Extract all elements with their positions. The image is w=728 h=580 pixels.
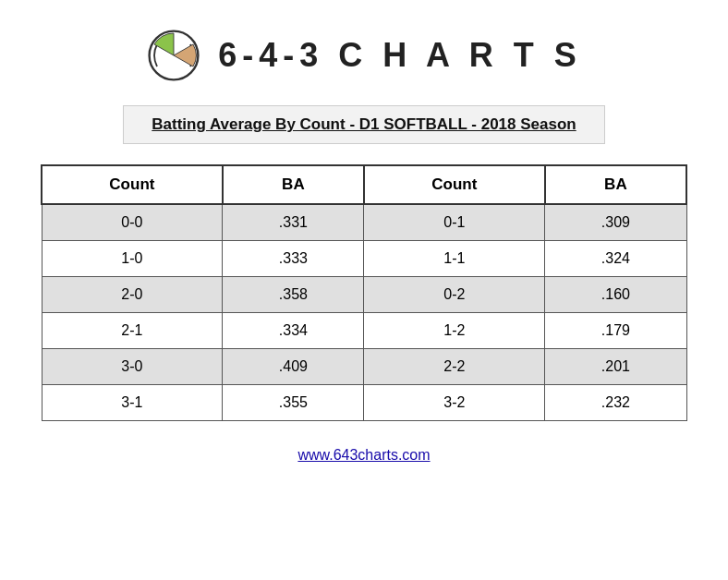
footer-link[interactable]: www.643charts.com bbox=[297, 447, 430, 464]
table-row: 3-1.3553-2.232 bbox=[42, 385, 686, 421]
cell-r5-c1: .355 bbox=[223, 385, 364, 421]
cell-r2-c2: 0-2 bbox=[364, 277, 545, 313]
cell-r5-c3: .232 bbox=[545, 385, 686, 421]
logo-icon bbox=[146, 28, 201, 83]
cell-r1-c1: .333 bbox=[223, 241, 364, 277]
cell-r2-c0: 2-0 bbox=[42, 277, 223, 313]
cell-r0-c0: 0-0 bbox=[42, 204, 223, 241]
table-row: 3-0.4092-2.201 bbox=[42, 349, 686, 385]
cell-r4-c0: 3-0 bbox=[42, 349, 223, 385]
cell-r3-c3: .179 bbox=[545, 313, 686, 349]
cell-r1-c3: .324 bbox=[545, 241, 686, 277]
cell-r1-c0: 1-0 bbox=[42, 241, 223, 277]
chart-title: Batting Average By Count - D1 SOFTBALL -… bbox=[152, 115, 576, 134]
site-title: 6-4-3 C H A R T S bbox=[218, 36, 581, 75]
cell-r3-c1: .334 bbox=[223, 313, 364, 349]
cell-r4-c2: 2-2 bbox=[364, 349, 545, 385]
cell-r0-c3: .309 bbox=[545, 204, 686, 241]
cell-r5-c0: 3-1 bbox=[42, 385, 223, 421]
cell-r0-c2: 0-1 bbox=[364, 204, 545, 241]
cell-r4-c3: .201 bbox=[545, 349, 686, 385]
batting-average-table: Count BA Count BA 0-0.3310-1.3091-0.3331… bbox=[41, 164, 687, 421]
col-header-count1: Count bbox=[42, 165, 223, 204]
cell-r4-c1: .409 bbox=[223, 349, 364, 385]
table-row: 2-1.3341-2.179 bbox=[42, 313, 686, 349]
table-row: 2-0.3580-2.160 bbox=[42, 277, 686, 313]
cell-r3-c2: 1-2 bbox=[364, 313, 545, 349]
cell-r2-c3: .160 bbox=[545, 277, 686, 313]
cell-r0-c1: .331 bbox=[223, 204, 364, 241]
col-header-ba1: BA bbox=[223, 165, 364, 204]
cell-r1-c2: 1-1 bbox=[364, 241, 545, 277]
table-row: 1-0.3331-1.324 bbox=[42, 241, 686, 277]
chart-title-box: Batting Average By Count - D1 SOFTBALL -… bbox=[123, 105, 604, 144]
cell-r2-c1: .358 bbox=[223, 277, 364, 313]
cell-r3-c0: 2-1 bbox=[42, 313, 223, 349]
col-header-count2: Count bbox=[364, 165, 545, 204]
table-row: 0-0.3310-1.309 bbox=[42, 204, 686, 241]
cell-r5-c2: 3-2 bbox=[364, 385, 545, 421]
table-header-row: Count BA Count BA bbox=[42, 165, 686, 204]
page-header: 6-4-3 C H A R T S bbox=[146, 28, 581, 83]
col-header-ba2: BA bbox=[545, 165, 686, 204]
